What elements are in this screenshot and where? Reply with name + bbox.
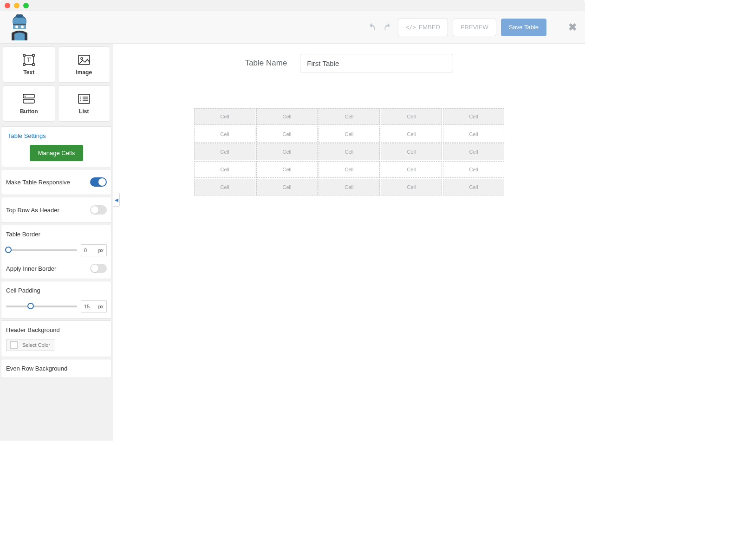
top-row-header-toggle[interactable] [90,205,107,215]
table-cell[interactable]: Cell [381,108,442,125]
element-list-label: List [79,108,89,115]
table-cell[interactable]: Cell [318,108,380,125]
table-cell[interactable]: Cell [256,161,318,178]
svg-text:T: T [27,57,31,64]
table-row: CellCellCellCellCell [194,108,504,125]
cell-padding-value: 15 [84,304,90,309]
color-swatch [10,341,18,349]
apply-inner-border-toggle[interactable] [90,264,107,273]
table-cell[interactable]: Cell [194,161,255,178]
table-cell[interactable]: Cell [381,126,442,143]
table-row: CellCellCellCellCell [194,179,504,195]
table-cell[interactable]: Cell [318,143,380,160]
cell-padding-label: Cell Padding [6,287,107,294]
window-maximize-icon[interactable] [23,3,29,8]
table-cell[interactable]: Cell [256,126,318,143]
element-image-label: Image [76,69,92,76]
svg-rect-2 [16,14,23,18]
table-row: CellCellCellCellCell [194,161,504,178]
svg-rect-10 [32,64,34,65]
cell-padding-slider[interactable] [6,306,77,307]
cell-padding-unit: px [98,304,104,309]
table-cell[interactable]: Cell [381,179,442,195]
preview-label: PREVIEW [461,24,488,31]
responsive-toggle[interactable] [90,177,107,187]
element-button[interactable]: Button [3,85,55,122]
window-titlebar [0,0,585,11]
svg-rect-3 [13,24,26,25]
table-border-value-box[interactable]: 0 px [81,244,107,256]
table-cell[interactable]: Cell [318,126,380,143]
element-list[interactable]: List [58,85,110,122]
save-table-button[interactable]: Save Table [501,19,546,36]
app-logo [6,13,33,41]
table-cell[interactable]: Cell [256,108,318,125]
cell-padding-value-box[interactable]: 15 px [81,300,107,313]
even-row-bg-label: Even Row Background [6,365,107,372]
save-label: Save Table [509,24,539,31]
table-cell[interactable]: Cell [194,179,255,195]
redo-button[interactable] [382,22,393,33]
cell-padding-panel: Cell Padding 15 px [1,281,112,319]
table-cell[interactable]: Cell [194,126,255,143]
preview-button[interactable]: PREVIEW [453,19,496,36]
svg-point-26 [80,100,81,101]
table-border-panel: Table Border 0 px Apply Inner Border [1,225,112,279]
svg-rect-7 [23,54,25,56]
table-cell[interactable]: Cell [194,143,255,160]
table-cell[interactable]: Cell [443,143,504,160]
table-cell[interactable]: Cell [443,108,504,125]
table-border-slider[interactable] [6,249,77,251]
element-image[interactable]: Image [58,46,110,83]
table-cell[interactable]: Cell [256,143,318,160]
svg-point-24 [80,98,81,99]
table-preview-zone: CellCellCellCellCellCellCellCellCellCell… [113,81,585,222]
table-cell[interactable]: Cell [194,108,255,125]
element-text-label: Text [23,69,34,76]
divider [556,11,556,44]
svg-point-22 [80,97,81,98]
manage-cells-button[interactable]: Manage Cells [30,145,84,161]
table-name-input[interactable] [300,54,453,72]
window-minimize-icon[interactable] [14,3,20,8]
topbar: </> EMBED PREVIEW Save Table ✖ [0,11,585,44]
undo-button[interactable] [366,22,377,33]
sidebar: T Text Image [0,44,113,441]
table-cell[interactable]: Cell [318,179,380,195]
sidebar-collapse-button[interactable]: ◀ [113,193,120,207]
element-text[interactable]: T Text [3,46,55,83]
table-settings-link[interactable]: Table Settings [1,127,111,145]
table-cell[interactable]: Cell [256,179,318,195]
svg-point-5 [15,26,18,28]
responsive-label: Make Table Responsive [6,179,70,186]
table-border-label: Table Border [6,231,107,238]
table-row: CellCellCellCellCell [194,143,504,160]
close-icon[interactable]: ✖ [568,21,577,33]
table-cell[interactable]: Cell [381,161,442,178]
svg-rect-8 [32,54,34,56]
header-bg-color-picker[interactable]: Select Color [6,339,54,351]
element-palette: T Text Image [0,44,113,124]
top-row-header-label: Top Row As Header [6,207,59,214]
top-row-header-panel: Top Row As Header [1,197,112,223]
svg-point-6 [21,26,24,28]
text-icon: T [22,53,35,66]
even-row-bg-panel: Even Row Background [1,359,112,378]
table-cell[interactable]: Cell [443,179,504,195]
table-cell[interactable]: Cell [381,143,442,160]
table-border-value: 0 [84,247,87,253]
table-cell[interactable]: Cell [318,161,380,178]
topbar-actions: </> EMBED PREVIEW Save Table ✖ [366,11,577,44]
window-close-icon[interactable] [5,3,10,8]
svg-point-17 [81,58,83,59]
table-cell[interactable]: Cell [443,161,504,178]
image-icon [78,53,91,66]
button-icon [22,92,35,105]
canvas: Table Name CellCellCellCellCellCellCellC… [113,44,585,441]
embed-button[interactable]: </> EMBED [398,19,448,36]
table-row: CellCellCellCellCell [194,126,504,143]
element-button-label: Button [20,108,38,115]
apply-inner-border-label: Apply Inner Border [6,265,56,272]
table-cell[interactable]: Cell [443,126,504,143]
code-icon: </> [406,24,416,31]
